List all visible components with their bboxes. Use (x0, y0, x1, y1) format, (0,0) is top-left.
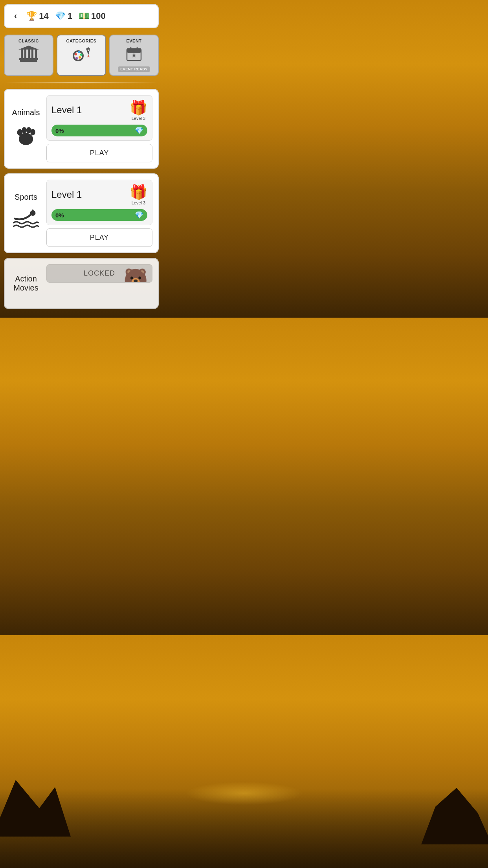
action-movies-card-right: LOCKED 🐻 (46, 264, 152, 303)
svg-rect-3 (24, 50, 26, 58)
locked-label: LOCKED (84, 269, 115, 277)
animals-level-box: Level 1 🎁 Level 3 0% 💎 (46, 95, 152, 141)
svg-point-25 (30, 129, 35, 136)
cash-count: 100 (91, 11, 106, 21)
classic-label: CLASSIC (18, 39, 39, 43)
sports-title: Sports (15, 193, 37, 202)
action-movies-title: Action Movies (13, 274, 38, 292)
sports-level-box: Level 1 🎁 Level 3 0% 💎 (46, 180, 152, 225)
section-divider (4, 82, 159, 83)
animals-play-button[interactable]: PLAY (46, 144, 152, 162)
gift-icon: 🎁 (130, 99, 147, 116)
action-movies-locked-button: LOCKED 🐻 (46, 264, 152, 283)
svg-rect-1 (19, 58, 38, 60)
svg-marker-20 (132, 53, 136, 57)
svg-point-15 (88, 50, 89, 51)
sports-card-left: Sports (10, 180, 42, 247)
svg-rect-2 (21, 50, 23, 58)
svg-point-13 (79, 56, 81, 59)
trophy-icon: 🏆 (26, 11, 37, 21)
svg-marker-7 (18, 46, 39, 50)
trophy-stat: 🏆 14 (26, 11, 48, 21)
svg-rect-17 (127, 49, 141, 53)
animals-gift-label: Level 3 (132, 116, 145, 121)
animals-card: Animals Level 1 🎁 L (4, 89, 159, 169)
animals-card-left: Animals (10, 95, 42, 162)
animals-gift: 🎁 Level 3 (130, 99, 147, 121)
svg-point-22 (17, 129, 23, 136)
cash-icon: 💵 (79, 11, 89, 21)
sports-progress-bar: 0% 💎 (51, 209, 147, 221)
action-movies-card: Action Movies LOCKED 🐻 (4, 258, 159, 309)
classic-mode-button[interactable]: CLASSIC (4, 35, 53, 76)
svg-rect-6 (35, 50, 37, 58)
sports-gift-icon: 🎁 (130, 184, 147, 200)
categories-icon (71, 46, 92, 65)
categories-mode-button[interactable]: CATEGORIES (57, 35, 106, 76)
swim-icon (12, 205, 40, 234)
event-ready-badge: EVENT READY (118, 66, 150, 72)
sports-card-right: Level 1 🎁 Level 3 0% 💎 PLAY (46, 180, 152, 247)
back-button[interactable]: ‹ (11, 9, 20, 23)
animals-card-right: Level 1 🎁 Level 3 0% 💎 PLAY (46, 95, 152, 162)
sports-level: Level 1 (51, 189, 82, 200)
animals-level: Level 1 (51, 105, 82, 116)
gem-count: 1 (68, 11, 72, 21)
sports-progress-pct: 0% (55, 212, 64, 219)
gem-stat: 💎 1 (55, 11, 72, 21)
trophy-count: 14 (39, 11, 48, 21)
classic-icon (18, 46, 39, 65)
categories-label: CATEGORIES (66, 39, 97, 43)
svg-rect-5 (31, 50, 33, 58)
sports-play-button[interactable]: PLAY (46, 228, 152, 247)
animals-progress-pct: 0% (55, 127, 64, 134)
sports-card: Sports Level 1 (4, 173, 159, 253)
cute-character: 🐻 (123, 267, 148, 283)
animals-progress-bar: 0% 💎 (51, 125, 147, 136)
event-icon (125, 46, 143, 65)
sports-gift: 🎁 Level 3 (130, 184, 147, 205)
svg-point-12 (80, 53, 83, 56)
cash-stat: 💵 100 (79, 11, 106, 21)
header-bar: ‹ 🏆 14 💎 1 💵 100 (4, 4, 159, 28)
svg-point-9 (74, 52, 82, 60)
animals-title: Animals (12, 108, 40, 117)
svg-point-10 (75, 53, 77, 55)
svg-point-23 (22, 127, 27, 133)
svg-rect-4 (28, 50, 30, 58)
event-mode-button[interactable]: EVENT EVENT READY (109, 35, 159, 76)
mode-buttons-row: CLASSIC CATEGORIES (4, 35, 159, 76)
gem-icon: 💎 (55, 11, 66, 21)
animals-progress-gem: 💎 (135, 126, 143, 135)
svg-point-11 (78, 51, 80, 53)
event-label: EVENT (126, 39, 141, 43)
paw-icon (12, 120, 40, 149)
sports-gift-label: Level 3 (132, 200, 145, 205)
svg-point-14 (75, 57, 78, 59)
sports-progress-gem: 💎 (135, 211, 143, 219)
action-movies-card-left: Action Movies (10, 264, 42, 303)
